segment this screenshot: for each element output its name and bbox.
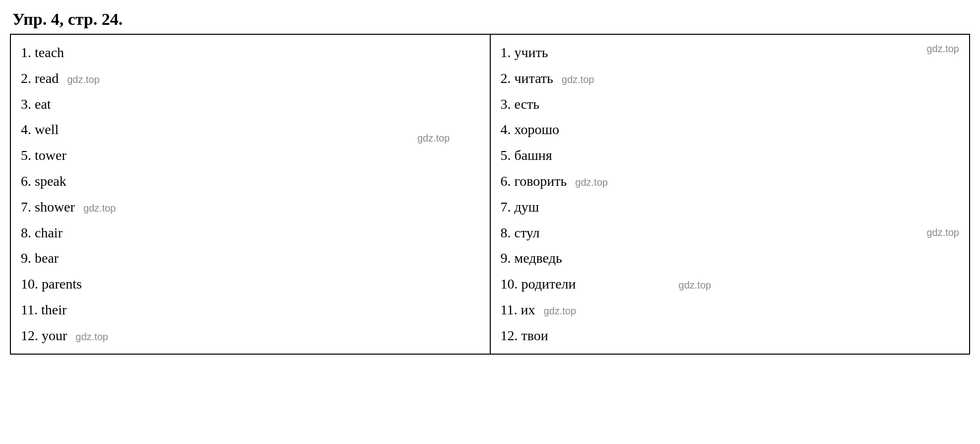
watermark: gdz.top bbox=[575, 177, 608, 188]
list-item: 4. well bbox=[21, 117, 480, 143]
watermark-center: gdz.top bbox=[417, 129, 450, 145]
list-item: 2. read gdz.top bbox=[21, 66, 480, 91]
watermark: gdz.top bbox=[543, 305, 576, 316]
list-item: 12. твои bbox=[501, 323, 960, 349]
list-item: 1. учить bbox=[501, 40, 960, 66]
list-item: 8. chair bbox=[21, 220, 480, 246]
list-item: 11. their bbox=[21, 297, 480, 323]
main-table: 1. teach 2. read gdz.top 3. eat 4. well … bbox=[10, 34, 970, 355]
list-item: 6. speak bbox=[21, 168, 480, 194]
list-item: 12. your gdz.top bbox=[21, 323, 480, 349]
list-item: 11. их gdz.top bbox=[501, 297, 960, 323]
list-item: 3. есть bbox=[501, 91, 960, 117]
list-item: 7. shower gdz.top bbox=[21, 194, 480, 220]
list-item: 10. parents bbox=[21, 271, 480, 297]
right-column: gdz.top 1. учить 2. читать gdz.top 3. ес… bbox=[490, 34, 970, 354]
list-item: 9. bear bbox=[21, 245, 480, 271]
page-title: Упр. 4, стр. 24. bbox=[10, 10, 970, 29]
list-item: 10. родители gdz.top bbox=[501, 271, 960, 297]
right-word-list: 1. учить 2. читать gdz.top 3. есть 4. хо… bbox=[501, 40, 960, 349]
list-item: 9. медведь bbox=[501, 245, 960, 271]
watermark-mid-right: gdz.top bbox=[926, 223, 959, 239]
list-item: 8. стул bbox=[501, 220, 960, 246]
list-item: 5. tower bbox=[21, 143, 480, 168]
list-item: 3. eat bbox=[21, 91, 480, 117]
list-item: 2. читать gdz.top bbox=[501, 66, 960, 91]
left-column: 1. teach 2. read gdz.top 3. eat 4. well … bbox=[10, 34, 490, 354]
watermark: gdz.top bbox=[67, 74, 100, 85]
left-word-list: 1. teach 2. read gdz.top 3. eat 4. well … bbox=[21, 40, 480, 349]
list-item: 6. говорить gdz.top bbox=[501, 168, 960, 194]
list-item: 4. хорошо bbox=[501, 117, 960, 143]
watermark: gdz.top bbox=[83, 203, 116, 214]
watermark: gdz.top bbox=[562, 74, 594, 85]
watermark: gdz.top bbox=[679, 280, 712, 291]
watermark: gdz.top bbox=[75, 331, 108, 342]
list-item: 7. душ bbox=[501, 194, 960, 220]
list-item: 1. teach bbox=[21, 40, 480, 66]
list-item: 5. башня bbox=[501, 143, 960, 168]
